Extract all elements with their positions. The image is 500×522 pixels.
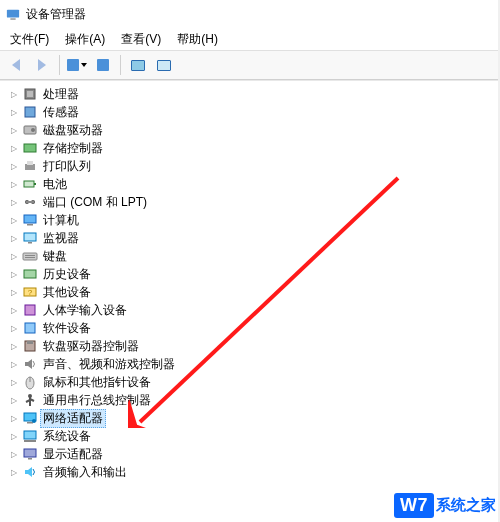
- port-icon: [22, 194, 38, 210]
- tree-item-label: 系统设备: [40, 427, 94, 446]
- nav-forward-button[interactable]: [30, 53, 54, 77]
- expand-icon[interactable]: [8, 160, 20, 172]
- tree-item-history[interactable]: 历史设备: [4, 265, 498, 283]
- expand-icon[interactable]: [8, 394, 20, 406]
- svg-rect-16: [27, 224, 33, 226]
- tree-item-other[interactable]: ?其他设备: [4, 283, 498, 301]
- expand-icon[interactable]: [8, 322, 20, 334]
- svg-rect-14: [26, 201, 34, 203]
- tree-item-keyboard[interactable]: 键盘: [4, 247, 498, 265]
- toolbar-button-1[interactable]: [65, 53, 89, 77]
- tree-item-floppy[interactable]: 软盘驱动器控制器: [4, 337, 498, 355]
- tree-item-network[interactable]: 网络适配器: [4, 409, 498, 427]
- tree-item-label: 显示适配器: [40, 445, 106, 464]
- svg-rect-11: [34, 183, 36, 185]
- svg-rect-18: [28, 242, 32, 244]
- svg-rect-19: [23, 253, 37, 260]
- svg-rect-26: [25, 323, 35, 333]
- menu-file[interactable]: 文件(F): [2, 29, 57, 50]
- toolbar-separator: [59, 55, 60, 75]
- tree-item-label: 通用串行总线控制器: [40, 391, 154, 410]
- svg-rect-10: [24, 181, 34, 187]
- expand-icon[interactable]: [8, 376, 20, 388]
- tree-item-battery[interactable]: 电池: [4, 175, 498, 193]
- battery-icon: [22, 176, 38, 192]
- svg-marker-43: [25, 467, 32, 477]
- tree-item-label: 网络适配器: [40, 409, 106, 428]
- tree-item-mouse[interactable]: 鼠标和其他指针设备: [4, 373, 498, 391]
- toolbar-separator: [120, 55, 121, 75]
- svg-rect-3: [27, 91, 33, 97]
- app-icon: [6, 7, 20, 21]
- tree-item-audio[interactable]: 音频输入和输出: [4, 463, 498, 481]
- tree-item-monitor[interactable]: 监视器: [4, 229, 498, 247]
- tree-item-label: 其他设备: [40, 283, 94, 302]
- display-icon: [22, 446, 38, 462]
- svg-rect-22: [24, 270, 36, 278]
- chevron-down-icon: [81, 63, 87, 67]
- tree-item-software[interactable]: 软件设备: [4, 319, 498, 337]
- expand-icon[interactable]: [8, 124, 20, 136]
- svg-rect-41: [24, 449, 36, 457]
- device-manager-window: 设备管理器 文件(F) 操作(A) 查看(V) 帮助(H) 处理器传感器磁盘驱动…: [0, 0, 500, 522]
- tree-item-disk[interactable]: 磁盘驱动器: [4, 121, 498, 139]
- expand-icon[interactable]: [8, 142, 20, 154]
- tree-item-sensor[interactable]: 传感器: [4, 103, 498, 121]
- arrow-right-icon: [38, 59, 46, 71]
- expand-icon[interactable]: [8, 430, 20, 442]
- expand-icon[interactable]: [8, 448, 20, 460]
- other-icon: ?: [22, 284, 38, 300]
- sound-icon: [22, 356, 38, 372]
- watermark: W7 系统之家: [394, 493, 496, 518]
- svg-rect-17: [24, 233, 36, 241]
- tree-item-system[interactable]: 系统设备: [4, 427, 498, 445]
- expand-icon[interactable]: [8, 88, 20, 100]
- expand-icon[interactable]: [8, 250, 20, 262]
- expand-icon[interactable]: [8, 232, 20, 244]
- menu-view[interactable]: 查看(V): [113, 29, 169, 50]
- network-icon: [22, 410, 38, 426]
- expand-icon[interactable]: [8, 286, 20, 298]
- expand-icon[interactable]: [8, 412, 20, 424]
- tree-item-sound[interactable]: 声音、视频和游戏控制器: [4, 355, 498, 373]
- device-tree[interactable]: 处理器传感器磁盘驱动器存储控制器打印队列电池端口 (COM 和 LPT)计算机监…: [0, 80, 498, 522]
- expand-icon[interactable]: [8, 304, 20, 316]
- system-icon: [22, 428, 38, 444]
- expand-icon[interactable]: [8, 268, 20, 280]
- sensor-icon: [22, 104, 38, 120]
- menu-help[interactable]: 帮助(H): [169, 29, 226, 50]
- tree-item-port[interactable]: 端口 (COM 和 LPT): [4, 193, 498, 211]
- toolbar-button-3[interactable]: [126, 53, 150, 77]
- expand-icon[interactable]: [8, 214, 20, 226]
- toolbar-button-4[interactable]: [152, 53, 176, 77]
- expand-icon[interactable]: [8, 106, 20, 118]
- tree-item-printer[interactable]: 打印队列: [4, 157, 498, 175]
- menu-action[interactable]: 操作(A): [57, 29, 113, 50]
- tree-item-storage[interactable]: 存储控制器: [4, 139, 498, 157]
- svg-rect-42: [28, 458, 32, 460]
- tree-item-label: 键盘: [40, 247, 70, 266]
- arrow-left-icon: [12, 59, 20, 71]
- expand-icon[interactable]: [8, 178, 20, 190]
- tree-item-usb[interactable]: 通用串行总线控制器: [4, 391, 498, 409]
- tree-item-display[interactable]: 显示适配器: [4, 445, 498, 463]
- expand-icon[interactable]: [8, 196, 20, 208]
- titlebar: 设备管理器: [0, 0, 498, 28]
- expand-icon[interactable]: [8, 340, 20, 352]
- nav-back-button[interactable]: [4, 53, 28, 77]
- tree-item-label: 磁盘驱动器: [40, 121, 106, 140]
- tree-item-label: 软件设备: [40, 319, 94, 338]
- tree-item-hid[interactable]: 人体学输入设备: [4, 301, 498, 319]
- expand-icon[interactable]: [8, 466, 20, 478]
- hid-icon: [22, 302, 38, 318]
- expand-icon[interactable]: [8, 358, 20, 370]
- toolbar-button-2[interactable]: [91, 53, 115, 77]
- watermark-text: 系统之家: [436, 496, 496, 515]
- tree-item-label: 鼠标和其他指针设备: [40, 373, 154, 392]
- tree-item-cpu[interactable]: 处理器: [4, 85, 498, 103]
- tree-item-label: 声音、视频和游戏控制器: [40, 355, 178, 374]
- tree-item-computer[interactable]: 计算机: [4, 211, 498, 229]
- svg-rect-9: [27, 161, 33, 165]
- svg-rect-21: [25, 257, 35, 258]
- computer-icon: [22, 212, 38, 228]
